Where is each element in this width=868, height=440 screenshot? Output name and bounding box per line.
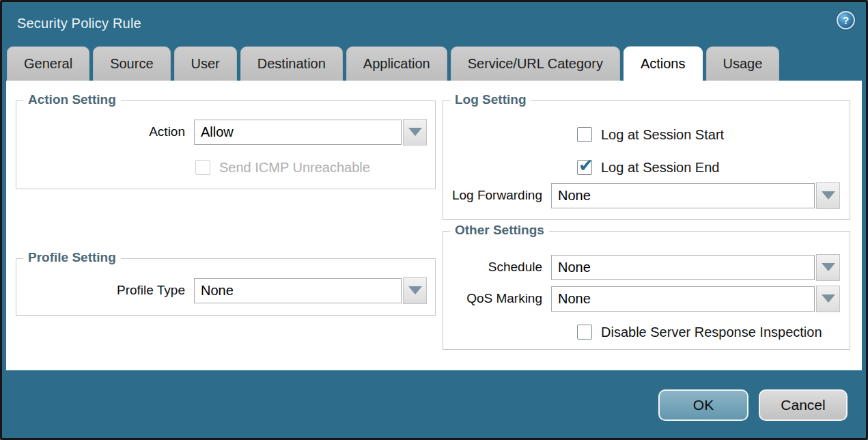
tab-application[interactable]: Application (346, 46, 447, 81)
qos-marking-select[interactable]: None (551, 286, 815, 312)
security-policy-rule-dialog: Security Policy Rule ? General Source Us… (0, 0, 868, 440)
profile-type-row: Profile Type None (16, 277, 427, 303)
actions-tab-panel: Action Setting Action Allow Send ICMP Un… (6, 81, 862, 370)
profile-type-select[interactable]: None (194, 278, 402, 303)
qos-marking-label: QoS Marking (443, 291, 551, 306)
other-settings-legend: Other Settings (450, 223, 549, 238)
chevron-down-icon (822, 294, 835, 303)
log-forwarding-dropdown-button[interactable] (816, 182, 840, 209)
log-forwarding-combobox: None (551, 182, 840, 209)
dsri-row: Disable Server Response Inspection (577, 319, 822, 345)
log-forwarding-label: Log Forwarding (443, 188, 551, 203)
log-forwarding-row: Log Forwarding None (443, 182, 840, 208)
log-session-start-label: Log at Session Start (601, 127, 724, 143)
schedule-combobox: None (551, 254, 840, 281)
log-session-end-label: Log at Session End (601, 160, 719, 176)
schedule-label: Schedule (443, 260, 551, 275)
chevron-down-icon (822, 191, 835, 200)
dialog-footer: OK Cancel (2, 370, 866, 436)
profile-type-label: Profile Type (16, 283, 194, 298)
log-forwarding-select[interactable]: None (551, 183, 815, 208)
action-row: Action Allow (16, 119, 427, 145)
profile-setting-group: Profile Setting Profile Type None (16, 258, 436, 316)
action-combobox: Allow (194, 119, 427, 146)
ok-button[interactable]: OK (658, 389, 748, 421)
action-setting-group: Action Setting Action Allow Send ICMP Un… (16, 100, 436, 189)
dsri-label: Disable Server Response Inspection (601, 325, 822, 340)
action-select[interactable]: Allow (194, 120, 402, 145)
log-session-end-row: Log at Session End (577, 154, 719, 180)
schedule-dropdown-button[interactable] (816, 254, 840, 281)
tab-destination[interactable]: Destination (240, 46, 343, 81)
chevron-down-icon (408, 286, 422, 294)
title-bar: Security Policy Rule ? (2, 2, 866, 46)
qos-marking-row: QoS Marking None (443, 286, 840, 312)
profile-type-dropdown-button[interactable] (403, 277, 427, 304)
tab-actions[interactable]: Actions (624, 46, 703, 81)
tab-source[interactable]: Source (93, 46, 170, 81)
schedule-select[interactable]: None (551, 255, 815, 280)
qos-marking-combobox: None (551, 286, 840, 312)
tab-service-url-category[interactable]: Service/URL Category (451, 46, 620, 81)
qos-marking-dropdown-button[interactable] (816, 286, 840, 312)
tab-user[interactable]: User (174, 46, 237, 81)
tab-bar: General Source User Destination Applicat… (2, 46, 866, 81)
tab-general[interactable]: General (7, 46, 89, 81)
schedule-row: Schedule None (443, 254, 840, 280)
log-setting-legend: Log Setting (450, 92, 531, 107)
send-icmp-label: Send ICMP Unreachable (219, 160, 370, 176)
profile-type-combobox: None (194, 277, 427, 304)
cancel-button[interactable]: Cancel (759, 389, 848, 421)
tab-usage[interactable]: Usage (706, 46, 780, 81)
dialog-title: Security Policy Rule (17, 16, 141, 31)
profile-setting-legend: Profile Setting (23, 250, 121, 265)
chevron-down-icon (822, 263, 835, 271)
action-setting-legend: Action Setting (23, 92, 121, 107)
other-settings-group: Other Settings Schedule None QoS Marking… (443, 231, 850, 350)
action-dropdown-button[interactable] (403, 119, 427, 146)
log-session-start-checkbox[interactable] (577, 127, 592, 142)
chevron-down-icon (408, 128, 422, 136)
log-session-start-row: Log at Session Start (577, 122, 724, 148)
log-session-end-checkbox[interactable] (577, 160, 592, 175)
send-icmp-checkbox (195, 160, 210, 175)
send-icmp-row: Send ICMP Unreachable (195, 154, 370, 180)
help-icon[interactable]: ? (837, 11, 855, 29)
log-setting-group: Log Setting Log at Session Start Log at … (443, 100, 850, 220)
action-label: Action (16, 124, 194, 139)
dsri-checkbox[interactable] (577, 325, 592, 340)
